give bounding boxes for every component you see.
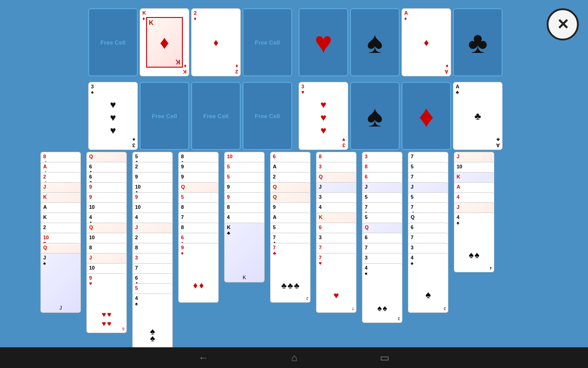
- col-9: 7 5 7 J 5 7▲ Q 6 7 3 4♠ ♠ 3: [408, 152, 448, 336]
- col9-card-bottom[interactable]: 4♠ ♠ 3: [408, 253, 448, 313]
- col-2: Q 6♣ 6♣ 9 9 10 4♣ Q 10 8 J 10 9♥ ♥ ♥ ♥ ♥: [86, 152, 127, 336]
- foundation-spades[interactable]: ♠: [350, 8, 400, 76]
- card-ace-clubs-r2[interactable]: A♣ A♣ ♣: [453, 82, 503, 150]
- card-3-spades-r2[interactable]: 3♠ 3♠ ♥ ♥ ♥: [88, 82, 138, 150]
- col8-card-bottom[interactable]: 4♠ ♠ ♠ 3: [362, 263, 402, 323]
- col-5: 10 5 5 9 9 8 4 K♣ K: [224, 152, 265, 336]
- card-king-diamonds-r1[interactable]: K♦ K♦ ♦ K K: [140, 8, 189, 76]
- spade-card-r2[interactable]: ♠: [350, 82, 400, 150]
- col6-card-bottom[interactable]: 7♣ ♣ ♣ ♣ J: [270, 243, 311, 303]
- home-button[interactable]: ⌂: [291, 352, 297, 364]
- col-1: 8▲ A▲ 2▲ J K A K 2 10♥: [40, 152, 81, 327]
- freecell-1[interactable]: Free Cell: [88, 8, 138, 76]
- nav-bar: ← ⌂ ▭: [0, 347, 588, 368]
- col-10: J 10 K A 4 J 4♠ ♠ ♠ 4: [454, 152, 494, 327]
- col-6: 6 A 2 Q Q 9 A 5 7♣ 7♣ ♣ ♣ ♣ J: [270, 152, 311, 345]
- col7-card-bottom[interactable]: 7♥ ♥ 7: [316, 253, 356, 313]
- col4-card-bottom[interactable]: 9♦ ♦ ♦: [178, 243, 219, 303]
- card-2-diamonds-r1[interactable]: 2♦ 2♦ ♦: [191, 8, 241, 76]
- freecell-4[interactable]: Free Cell: [191, 82, 241, 150]
- foundation-diamonds[interactable]: A♦ A♦ ♦: [401, 8, 451, 76]
- freecell-5[interactable]: Free Cell: [243, 82, 292, 150]
- recent-apps-button[interactable]: ▭: [380, 352, 390, 364]
- col-3: 5♣ 2 9 10♣ 9 10 4 J 2 8 3 7 6♣ 5 4♠ ♠ ♠: [132, 152, 173, 336]
- col-7: 8 3 Q J 3 4 K 6 3 7 7♥ ♥ 7: [316, 152, 356, 345]
- freecell-2[interactable]: Free Cell: [243, 8, 292, 76]
- foundation-clubs[interactable]: ♣: [453, 8, 503, 76]
- col3-card-bottom[interactable]: 4♠ ♠ ♠: [132, 293, 173, 353]
- card-3-hearts-r2[interactable]: 3♥ 3♥ ♥ ♥ ♥: [299, 82, 348, 150]
- col1-card-bottom[interactable]: J♠ J: [40, 253, 81, 313]
- back-button[interactable]: ←: [198, 352, 209, 364]
- freecell-3[interactable]: Free Cell: [140, 82, 189, 150]
- col10-card-bottom[interactable]: 4♠ ♠ ♠ 4: [454, 213, 494, 272]
- foundation-hearts[interactable]: ♥: [299, 8, 348, 76]
- close-button[interactable]: ✕: [547, 8, 579, 40]
- diamond-card-r2[interactable]: ♦: [401, 82, 451, 150]
- col2-card-bottom[interactable]: 9♥ ♥ ♥ ♥ ♥ 6: [86, 273, 127, 333]
- col-8: 3 8 6 J 5 7♠ 5 Q 6 7 3 4♠ ♠ ♠ 3: [362, 152, 402, 345]
- col5-card-bottom[interactable]: K♣ K: [224, 223, 265, 282]
- game-area: ✕ Free Cell K♦ K♦ ♦ K K 2♦ 2♦ ♦ Free Cel…: [0, 0, 588, 347]
- col-4: 8♠ 9 9 Q 5 8 7 8 6♦ 9♦ ♦ ♦: [178, 152, 219, 327]
